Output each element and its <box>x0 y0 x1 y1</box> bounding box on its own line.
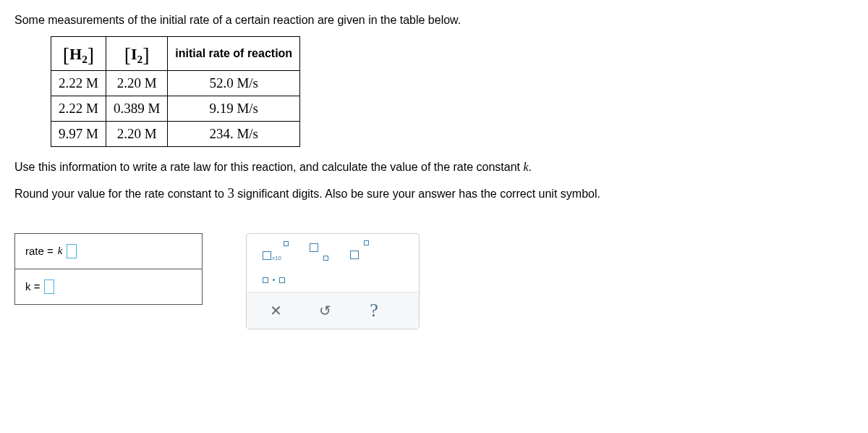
table-row: 9.97 M 2.20 M 234. M/s <box>51 122 300 147</box>
k-label: k = <box>25 280 40 293</box>
tool-subscript[interactable] <box>309 243 329 259</box>
col-header-h2: [H2] <box>51 37 106 71</box>
cell-i2: 2.20 M <box>106 71 167 96</box>
table-row: 2.22 M 2.20 M 52.0 M/s <box>51 71 300 96</box>
intro-text: Some measurements of the initial rate of… <box>14 12 854 29</box>
data-table: [H2] [I2] initial rate of reaction 2.22 … <box>51 36 300 147</box>
input-palette: x10 ✕ ↺ <box>246 233 420 329</box>
answer-box: rate = k k = <box>14 233 203 305</box>
tool-scientific-notation[interactable]: x10 <box>263 243 289 260</box>
cell-rate: 234. M/s <box>168 122 300 147</box>
rate-law-row: rate = k <box>15 234 202 269</box>
k-value-input[interactable] <box>44 279 54 294</box>
cell-rate: 9.19 M/s <box>168 96 300 122</box>
rate-k-symbol: k <box>58 245 63 257</box>
instruction-1: Use this information to write a rate law… <box>14 159 854 176</box>
undo-button[interactable]: ↺ <box>315 302 335 319</box>
help-button[interactable]: ? <box>364 300 384 321</box>
rate-label: rate = <box>25 245 54 257</box>
col-header-i2: [I2] <box>106 37 167 71</box>
k-value-row: k = <box>15 269 202 304</box>
clear-button[interactable]: ✕ <box>265 302 286 319</box>
cell-h2: 2.22 M <box>51 96 106 122</box>
rate-law-input[interactable] <box>67 244 77 258</box>
cell-h2: 9.97 M <box>51 122 106 147</box>
cell-h2: 2.22 M <box>51 71 106 96</box>
tool-superscript[interactable] <box>349 243 370 259</box>
cell-i2: 0.389 M <box>106 96 167 122</box>
cell-i2: 2.20 M <box>106 122 167 147</box>
instruction-2: Round your value for the rate constant t… <box>14 183 854 204</box>
cell-rate: 52.0 M/s <box>168 71 300 96</box>
col-header-rate: initial rate of reaction <box>168 37 300 71</box>
tool-multiply-dot[interactable] <box>263 277 285 283</box>
table-row: 2.22 M 0.389 M 9.19 M/s <box>51 96 300 122</box>
